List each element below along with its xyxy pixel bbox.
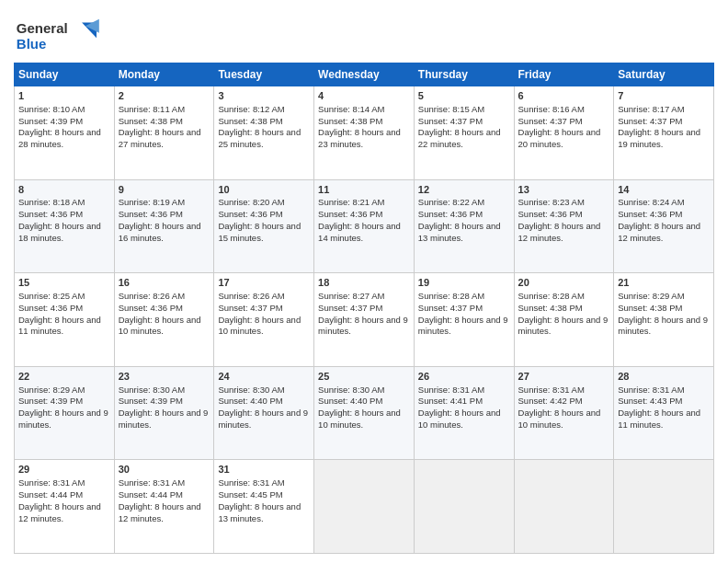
header-saturday: Saturday (614, 63, 714, 86)
empty-cell (414, 460, 514, 554)
page: General Blue Sunday Monday Tuesday Wedne… (0, 0, 728, 563)
table-row: 25 Sunrise: 8:30 AM Sunset: 4:40 PM Dayl… (314, 366, 415, 460)
table-row: 27 Sunrise: 8:31 AM Sunset: 4:42 PM Dayl… (514, 366, 614, 460)
table-row: 7 Sunrise: 8:17 AM Sunset: 4:37 PM Dayli… (614, 86, 714, 180)
table-row: 29 Sunrise: 8:31 AM Sunset: 4:44 PM Dayl… (15, 460, 115, 554)
table-row: 19 Sunrise: 8:28 AM Sunset: 4:37 PM Dayl… (414, 273, 514, 367)
table-row: 17 Sunrise: 8:26 AM Sunset: 4:37 PM Dayl… (214, 273, 314, 367)
table-row: 28 Sunrise: 8:31 AM Sunset: 4:43 PM Dayl… (614, 366, 714, 460)
table-row: 1 Sunrise: 8:10 AM Sunset: 4:39 PM Dayli… (15, 86, 115, 180)
table-row: 9 Sunrise: 8:19 AM Sunset: 4:36 PM Dayli… (114, 179, 214, 273)
table-row: 22 Sunrise: 8:29 AM Sunset: 4:39 PM Dayl… (15, 366, 115, 460)
header-friday: Friday (514, 63, 614, 86)
header: General Blue (14, 14, 714, 55)
table-row: 11 Sunrise: 8:21 AM Sunset: 4:36 PM Dayl… (314, 179, 415, 273)
empty-cell (514, 460, 614, 554)
header-tuesday: Tuesday (214, 63, 314, 86)
table-row: 15 Sunrise: 8:25 AM Sunset: 4:36 PM Dayl… (15, 273, 115, 367)
table-row: 20 Sunrise: 8:28 AM Sunset: 4:38 PM Dayl… (514, 273, 614, 367)
table-row: 24 Sunrise: 8:30 AM Sunset: 4:40 PM Dayl… (214, 366, 314, 460)
generalblue-logo: General Blue (14, 14, 110, 55)
table-row: 14 Sunrise: 8:24 AM Sunset: 4:36 PM Dayl… (614, 179, 714, 273)
header-sunday: Sunday (15, 63, 115, 86)
table-row: 5 Sunrise: 8:15 AM Sunset: 4:37 PM Dayli… (414, 86, 514, 180)
calendar-week-3: 15 Sunrise: 8:25 AM Sunset: 4:36 PM Dayl… (15, 273, 714, 367)
table-row: 26 Sunrise: 8:31 AM Sunset: 4:41 PM Dayl… (414, 366, 514, 460)
header-wednesday: Wednesday (314, 63, 415, 86)
header-monday: Monday (114, 63, 214, 86)
table-row: 31 Sunrise: 8:31 AM Sunset: 4:45 PM Dayl… (214, 460, 314, 554)
calendar-week-2: 8 Sunrise: 8:18 AM Sunset: 4:36 PM Dayli… (15, 179, 714, 273)
svg-text:General: General (17, 20, 68, 36)
table-row: 6 Sunrise: 8:16 AM Sunset: 4:37 PM Dayli… (514, 86, 614, 180)
table-row: 30 Sunrise: 8:31 AM Sunset: 4:44 PM Dayl… (114, 460, 214, 554)
empty-cell (314, 460, 415, 554)
table-row: 16 Sunrise: 8:26 AM Sunset: 4:36 PM Dayl… (114, 273, 214, 367)
header-thursday: Thursday (414, 63, 514, 86)
table-row: 13 Sunrise: 8:23 AM Sunset: 4:36 PM Dayl… (514, 179, 614, 273)
calendar-week-5: 29 Sunrise: 8:31 AM Sunset: 4:44 PM Dayl… (15, 460, 714, 554)
table-row: 18 Sunrise: 8:27 AM Sunset: 4:37 PM Dayl… (314, 273, 415, 367)
table-row: 8 Sunrise: 8:18 AM Sunset: 4:36 PM Dayli… (15, 179, 115, 273)
table-row: 3 Sunrise: 8:12 AM Sunset: 4:38 PM Dayli… (214, 86, 314, 180)
table-row: 12 Sunrise: 8:22 AM Sunset: 4:36 PM Dayl… (414, 179, 514, 273)
calendar-week-4: 22 Sunrise: 8:29 AM Sunset: 4:39 PM Dayl… (15, 366, 714, 460)
table-row: 10 Sunrise: 8:20 AM Sunset: 4:36 PM Dayl… (214, 179, 314, 273)
calendar-week-1: 1 Sunrise: 8:10 AM Sunset: 4:39 PM Dayli… (15, 86, 714, 180)
empty-cell (614, 460, 714, 554)
logo: General Blue (14, 14, 110, 55)
table-row: 23 Sunrise: 8:30 AM Sunset: 4:39 PM Dayl… (114, 366, 214, 460)
calendar-header-row: Sunday Monday Tuesday Wednesday Thursday… (15, 63, 714, 86)
table-row: 2 Sunrise: 8:11 AM Sunset: 4:38 PM Dayli… (114, 86, 214, 180)
svg-text:Blue: Blue (17, 36, 47, 52)
table-row: 21 Sunrise: 8:29 AM Sunset: 4:38 PM Dayl… (614, 273, 714, 367)
table-row: 4 Sunrise: 8:14 AM Sunset: 4:38 PM Dayli… (314, 86, 415, 180)
calendar-table: Sunday Monday Tuesday Wednesday Thursday… (14, 63, 714, 554)
